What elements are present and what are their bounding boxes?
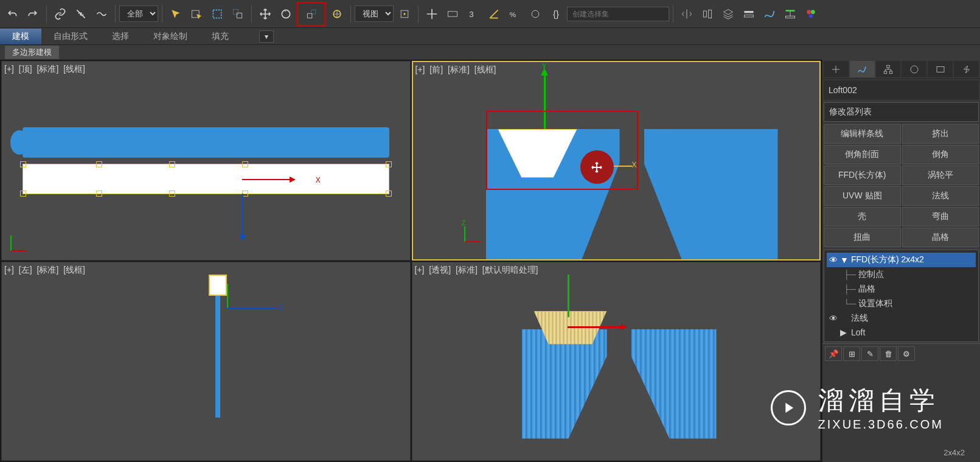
schematic-view-button[interactable] xyxy=(780,4,800,24)
y-axis-gizmo[interactable] xyxy=(568,275,569,317)
expand-icon[interactable]: ▼ xyxy=(840,255,849,265)
curtain-top-shape xyxy=(23,127,389,158)
viewport-top[interactable]: [+] [顶] [标准] [线框] xyxy=(1,61,411,261)
undo-button[interactable] xyxy=(2,4,22,24)
svg-point-21 xyxy=(807,10,811,14)
redo-button[interactable] xyxy=(23,4,43,24)
eye-icon[interactable]: 👁 xyxy=(829,255,838,265)
hierarchy-tab[interactable] xyxy=(876,61,901,77)
select-by-name-button[interactable] xyxy=(187,4,206,24)
stack-item-set-volume[interactable]: └─设置体积 xyxy=(827,296,976,311)
angle-snap-button[interactable] xyxy=(484,4,504,24)
align-button[interactable] xyxy=(698,4,717,24)
edit-selection-sets-button[interactable]: {} xyxy=(546,4,566,24)
select-object-button[interactable] xyxy=(166,4,186,24)
mod-btn-edit-spline[interactable]: 编辑样条线 xyxy=(824,124,901,144)
mod-btn-chamfer[interactable]: 倒角 xyxy=(902,145,979,164)
expand-icon[interactable]: ▶ xyxy=(840,327,849,337)
use-pivot-button[interactable] xyxy=(395,4,414,24)
ribbon-tab-freeform[interactable]: 自由形式 xyxy=(41,29,100,44)
configure-sets-button[interactable]: ⚙ xyxy=(898,346,915,361)
viewport-perspective[interactable]: [+] [透视] [标准] [默认明暗处理] xyxy=(412,262,821,461)
viewport-persp-label[interactable]: [+] [透视] [标准] [默认明暗处理] xyxy=(415,265,541,276)
percent-snap-button[interactable]: % xyxy=(505,4,524,24)
mod-btn-bevel-profile[interactable]: 倒角剖面 xyxy=(824,145,901,164)
x-axis-label: X xyxy=(316,176,321,184)
select-rotate-button[interactable] xyxy=(276,4,296,24)
mod-btn-extrude[interactable]: 挤出 xyxy=(902,124,979,144)
material-editor-button[interactable] xyxy=(801,4,821,24)
x-axis-gizmo[interactable] xyxy=(242,179,291,180)
axis-tripod-icon xyxy=(8,229,32,254)
remove-modifier-button[interactable]: 🗑 xyxy=(880,346,897,361)
viewport-top-label[interactable]: [+] [顶] [标准] [线框] xyxy=(4,64,88,75)
ribbon-tab-selection[interactable]: 选择 xyxy=(100,29,141,44)
ribbon-tab-modeling[interactable]: 建模 xyxy=(0,29,41,44)
modifier-list-dropdown[interactable]: 修改器列表 xyxy=(824,102,979,122)
mod-btn-shell[interactable]: 壳 xyxy=(824,207,901,226)
curtain-side-shape xyxy=(215,296,220,418)
display-tab[interactable] xyxy=(928,61,953,77)
svg-text:%: % xyxy=(510,10,516,18)
modify-tab[interactable] xyxy=(850,61,875,77)
sub-ribbon: 多边形建模 xyxy=(0,45,980,60)
snap-toggle-button[interactable]: 3 xyxy=(464,4,483,24)
curve-editor-button[interactable] xyxy=(760,4,779,24)
window-crossing-button[interactable] xyxy=(228,4,248,24)
select-scale-button[interactable] xyxy=(297,2,326,26)
viewport-front-label[interactable]: [+] [前] [标准] [线框] xyxy=(415,65,499,75)
valance-side-shape[interactable] xyxy=(209,275,227,296)
toggle-ribbon-button[interactable] xyxy=(739,4,759,24)
select-manipulate-button[interactable] xyxy=(422,4,442,24)
create-tab[interactable] xyxy=(824,61,849,77)
mod-btn-turbosmooth[interactable]: 涡轮平 xyxy=(902,166,979,185)
mod-btn-ffd-box[interactable]: FFD(长方体) xyxy=(824,166,901,185)
viewport-front[interactable]: [+] [前] [标准] [线框] Y X Z xyxy=(412,61,821,261)
mod-btn-uvw-map[interactable]: UVW 贴图 xyxy=(824,186,901,206)
utilities-tab[interactable] xyxy=(954,61,979,77)
modifier-stack-list[interactable]: 👁 ▼ FFD(长方体) 2x4x2 ├─控制点 ├─晶格 └─设置体积 👁 法… xyxy=(824,250,979,342)
loft-bar-shape[interactable]: X xyxy=(23,164,389,194)
spinner-snap-button[interactable] xyxy=(526,4,545,24)
show-end-result-button[interactable]: ⊞ xyxy=(843,346,860,361)
motion-tab[interactable] xyxy=(902,61,926,77)
mod-btn-lattice[interactable]: 晶格 xyxy=(902,228,979,247)
y-axis-gizmo[interactable] xyxy=(227,284,228,308)
viewport-left[interactable]: [+] [左] [标准] [线框] Z xyxy=(1,262,411,461)
ribbon-expand-button[interactable]: ▾ xyxy=(259,30,274,43)
mod-btn-normal[interactable]: 法线 xyxy=(902,186,979,206)
stack-item-control-points[interactable]: ├─控制点 xyxy=(827,267,976,282)
stack-item-ffd[interactable]: 👁 ▼ FFD(长方体) 2x4x2 xyxy=(827,253,976,267)
eye-icon[interactable]: 👁 xyxy=(829,313,838,323)
y-axis-gizmo[interactable] xyxy=(242,194,243,236)
make-unique-button[interactable]: ✎ xyxy=(861,346,878,361)
svg-rect-17 xyxy=(745,11,754,13)
sub-ribbon-polygon-modeling[interactable]: 多边形建模 xyxy=(5,46,59,59)
layer-manager-button[interactable] xyxy=(718,4,738,24)
mod-btn-twist[interactable]: 扭曲 xyxy=(824,228,901,247)
select-move-button[interactable] xyxy=(255,4,275,24)
x-axis-gizmo[interactable] xyxy=(568,326,622,328)
object-name-input[interactable] xyxy=(824,80,979,100)
rect-select-button[interactable] xyxy=(207,4,227,24)
ribbon-tab-populate[interactable]: 填充 xyxy=(200,29,241,44)
stack-item-lattice[interactable]: ├─晶格 xyxy=(827,282,976,296)
keyboard-shortcut-button[interactable] xyxy=(443,4,462,24)
selection-filter-dropdown[interactable]: 全部 xyxy=(119,5,158,22)
z-axis-gizmo[interactable] xyxy=(227,308,276,309)
select-place-button[interactable] xyxy=(327,4,347,24)
named-selection-input[interactable] xyxy=(567,7,669,21)
stack-item-normals[interactable]: 👁 法线 xyxy=(827,311,976,326)
bind-space-warp-button[interactable] xyxy=(92,4,111,24)
pin-stack-button[interactable]: 📌 xyxy=(825,346,842,361)
mod-btn-bend[interactable]: 弯曲 xyxy=(902,207,979,226)
svg-point-13 xyxy=(532,10,539,18)
ref-coord-dropdown[interactable]: 视图 xyxy=(355,5,394,22)
link-button[interactable] xyxy=(50,4,70,24)
stack-item-loft[interactable]: ▶ Loft xyxy=(827,326,976,339)
curtain-3d-right-shape xyxy=(631,329,717,439)
viewport-left-label[interactable]: [+] [左] [标准] [线框] xyxy=(4,265,88,276)
unlink-button[interactable] xyxy=(71,4,91,24)
mirror-button[interactable] xyxy=(677,4,697,24)
ribbon-tab-object-paint[interactable]: 对象绘制 xyxy=(141,29,200,44)
